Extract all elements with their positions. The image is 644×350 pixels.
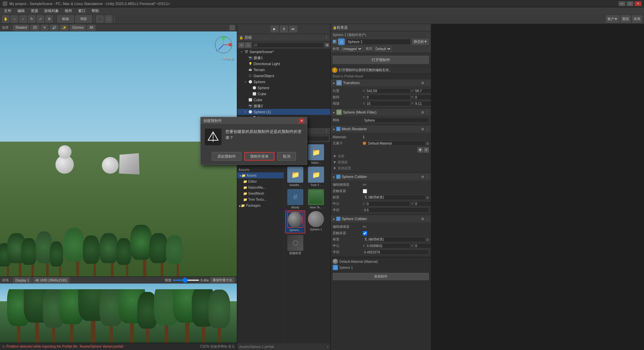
hier-dirlight[interactable]: 💡 Directional Light xyxy=(237,61,330,67)
asset-nature-folder[interactable]: 📁 Natur... xyxy=(306,144,326,165)
sc2-radius-field[interactable] xyxy=(363,249,429,255)
sc1-cx-field[interactable] xyxy=(365,201,411,206)
proj-editor[interactable]: 📁 Editor xyxy=(237,178,284,184)
asset-sphere[interactable]: Sphere... xyxy=(285,210,305,233)
tag-select[interactable]: Untagged xyxy=(341,46,363,51)
scale-x-field[interactable] xyxy=(365,101,411,106)
pause-btn[interactable]: ⏸ xyxy=(280,26,288,32)
pos-y-field[interactable] xyxy=(414,88,431,94)
menu-help[interactable]: 帮助 xyxy=(89,8,102,14)
hier-cube-child1[interactable]: ⬜ Cube xyxy=(237,91,330,97)
sc2-cy-field[interactable] xyxy=(414,243,431,248)
probes-section[interactable]: ▶ 探测器 xyxy=(333,159,429,165)
move-tool[interactable]: ↔ xyxy=(11,15,18,23)
account-btn[interactable]: 账户▼ xyxy=(606,15,619,23)
close-btn[interactable]: ✕ xyxy=(635,1,641,6)
menu-file[interactable]: 文件 xyxy=(1,8,14,14)
menu-window[interactable]: 窗口 xyxy=(75,8,88,14)
asset-dbody[interactable]: # dbody xyxy=(285,188,305,210)
meshrenderer-checkbox[interactable]: ✓ xyxy=(336,127,340,131)
local-btn[interactable]: 局部 xyxy=(75,15,92,23)
sc1-radius-field[interactable] xyxy=(363,207,429,213)
display-dropdown[interactable]: Display 1 xyxy=(13,277,31,283)
mesh-renderer-header[interactable]: ✓ Mesh Renderer ⚙ ⋮ xyxy=(331,125,431,133)
layers-btn[interactable]: 图层 xyxy=(621,15,631,23)
sc1-cy-field[interactable] xyxy=(414,201,431,206)
play-btn[interactable]: ▶ xyxy=(271,26,279,32)
rot-y-field[interactable] xyxy=(414,95,431,100)
hier-sphere-parent[interactable]: ⚪ Sphere xyxy=(237,79,330,85)
dialog-close-btn[interactable]: ✕ xyxy=(299,118,304,124)
materials-expand-btn[interactable]: ▼ xyxy=(418,147,423,153)
menu-component[interactable]: 组件 xyxy=(62,8,75,14)
prefab-variant-btn[interactable]: 预制件变体 xyxy=(244,152,275,161)
gizmos-btn[interactable]: Gizmos xyxy=(70,25,86,31)
sc1-edit-icon[interactable]: ✏ xyxy=(363,182,367,187)
sc2-cx-field[interactable] xyxy=(365,243,411,248)
maximize-btn[interactable]: □ xyxy=(627,1,633,6)
materials-add-btn[interactable]: + xyxy=(424,147,429,153)
transform-tool[interactable]: ⚙ xyxy=(45,15,53,23)
hier-gameobject[interactable]: ⬡ GameObject xyxy=(237,73,330,79)
hier-search[interactable] xyxy=(252,42,324,48)
menu-gameobject[interactable]: 游戏对象 xyxy=(41,8,61,14)
transform-header[interactable]: ⤢ Transform ⚙ ⋮ xyxy=(331,79,431,86)
snap2-btn[interactable]: ⬚ xyxy=(105,15,112,23)
asset-sphere1[interactable]: Sphere 1 xyxy=(306,210,326,233)
audio-btn[interactable]: 🔊 xyxy=(50,25,58,31)
max-play-btn[interactable]: 播放时最大化 xyxy=(210,277,235,283)
hier-arrow-btn[interactable]: → xyxy=(245,42,251,48)
asset-tree-folder[interactable]: 📁 Tree T... xyxy=(306,166,326,188)
pivot-btn[interactable]: 枢轴 xyxy=(57,15,74,23)
asset-newte[interactable]: New Te... xyxy=(306,188,326,210)
lighting-section[interactable]: ▶ 光照 xyxy=(333,153,429,159)
open-prefab-btn[interactable]: 打开预制件 xyxy=(333,56,429,64)
mesh-field[interactable] xyxy=(363,118,429,123)
obj-active-checkbox[interactable] xyxy=(333,40,337,44)
sc2-material-target[interactable]: ⊙ xyxy=(426,238,429,241)
hier-samplescene[interactable]: 🎬 SampleScene* xyxy=(237,49,330,55)
hier-sphere-child1[interactable]: ⚪ Sphere xyxy=(237,85,330,91)
rect-tool[interactable]: ⤢ xyxy=(37,15,44,23)
other-settings-section[interactable]: ▶ 其他设置 xyxy=(333,165,429,171)
hier-camera2[interactable]: 📷 摄像2 xyxy=(237,103,330,109)
static-dropdown[interactable]: 静态的▼ xyxy=(412,39,429,45)
hier-cube-standalone[interactable]: ⬜ Cube xyxy=(237,97,330,103)
sc2-edit-icon[interactable]: ✏ xyxy=(363,224,367,229)
original-prefab-btn[interactable]: 原始预制件 xyxy=(212,152,241,161)
element0-target-icon[interactable]: ⊙ xyxy=(426,142,429,145)
pos-x-field[interactable] xyxy=(365,88,411,94)
sc2-checkbox[interactable]: ✓ xyxy=(336,217,340,221)
mode-2d-btn[interactable]: 2D xyxy=(30,25,39,31)
element0-field[interactable] xyxy=(367,141,426,146)
layout-btn[interactable]: 布局 xyxy=(632,15,642,23)
menu-assets[interactable]: 资源 xyxy=(28,8,41,14)
inspector-more-icon[interactable]: ⋮ xyxy=(426,33,429,37)
obj-name-field[interactable] xyxy=(346,39,411,45)
lighting-btn[interactable]: ☀ xyxy=(41,25,48,31)
asset-seed-folder[interactable]: 📁 SeedM... xyxy=(285,166,305,188)
proj-nature[interactable]: 📁 NatureMa... xyxy=(237,184,284,190)
rotate-tool[interactable]: ↕ xyxy=(19,15,27,23)
hier-add-btn[interactable]: + xyxy=(238,42,245,48)
hier-sphere1[interactable]: ⚪ Sphere (1) xyxy=(237,109,330,115)
minimize-btn[interactable]: — xyxy=(619,1,625,6)
asset-newmat[interactable]: ⬡ 新建材质 xyxy=(285,234,305,256)
menu-edit[interactable]: 编辑 xyxy=(15,8,27,14)
hier-camera1[interactable]: 📷 摄像1 xyxy=(237,55,330,61)
proj-seed[interactable]: 📁 SeedMesh xyxy=(237,190,284,196)
proj-packages[interactable]: 📁 Packages xyxy=(237,202,284,208)
scene-lock-btn[interactable] xyxy=(229,25,235,30)
sc1-trigger-checkbox[interactable] xyxy=(363,189,367,193)
sc1-material-field[interactable] xyxy=(363,195,426,200)
sc2-trigger-checkbox[interactable] xyxy=(363,231,367,235)
shading-dropdown[interactable]: Shaded xyxy=(13,25,29,31)
mesh-filter-header[interactable]: ⬡ Sphere (Mesh Filter) ⚙ ⋮ xyxy=(331,109,431,116)
snap-btn[interactable]: ⬛ xyxy=(96,15,104,23)
proj-assets[interactable]: 📁 Assets xyxy=(237,172,284,178)
search-scene-btn[interactable]: All xyxy=(87,25,96,31)
resolution-dropdown[interactable]: 4K UHD (3840x2160) xyxy=(33,277,69,283)
effects-btn[interactable]: ✨ xyxy=(60,25,68,31)
add-component-btn[interactable]: 添加组件 xyxy=(333,273,429,280)
sc1-material-target[interactable]: ⊙ xyxy=(426,196,429,199)
